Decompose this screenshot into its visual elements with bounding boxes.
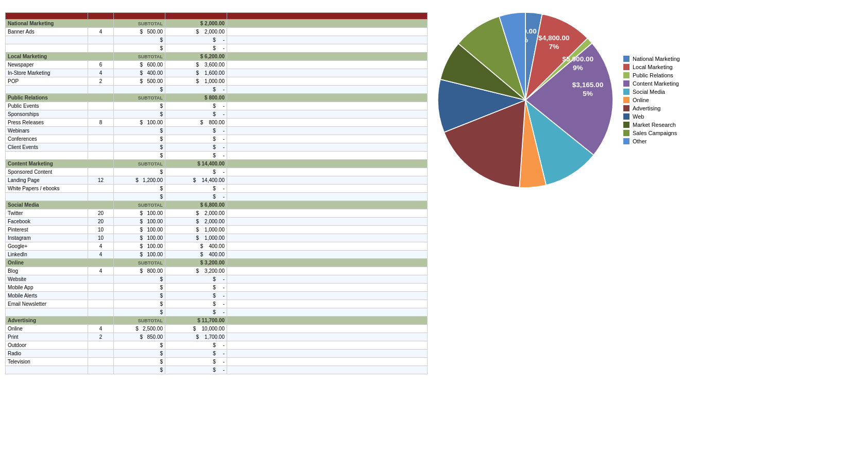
item-subtotal: $ -	[165, 143, 227, 152]
category-subtotal-label: SUBTOTAL	[114, 259, 165, 267]
item-cost: $ 100.00	[114, 119, 165, 127]
item-cost: $	[114, 358, 165, 366]
data-row: Radio $ $ -	[6, 350, 428, 358]
item-comments	[227, 267, 428, 275]
item-qty	[88, 127, 114, 135]
category-row: National Marketing SUBTOTAL $ 2,000.00	[6, 20, 428, 28]
item-comments	[227, 110, 428, 119]
item-cost: $	[114, 102, 165, 110]
item-qty	[88, 185, 114, 193]
item-comments	[227, 209, 428, 218]
category-row: Local Marketing SUBTOTAL $ 6,200.00	[6, 53, 428, 61]
item-comments	[227, 77, 428, 86]
item-qty: 20	[88, 218, 114, 226]
item-qty	[88, 102, 114, 110]
item-subtotal: $ 1,700.00	[165, 333, 227, 341]
category-row: Social Media SUBTOTAL $ 6,800.00	[6, 201, 428, 209]
item-cost: $	[114, 193, 165, 201]
data-row: Google+ 4 $ 100.00 $ 400.00	[6, 242, 428, 251]
item-qty: 4	[88, 28, 114, 36]
item-qty: 2	[88, 77, 114, 86]
item-comments	[227, 61, 428, 69]
item-subtotal: $ -	[165, 152, 227, 160]
item-comments	[227, 44, 428, 53]
item-qty	[88, 350, 114, 358]
category-subtotal-label: SUBTOTAL	[114, 94, 165, 102]
category-subtotal-label: SUBTOTAL	[114, 201, 165, 209]
item-subtotal: $ -	[165, 185, 227, 193]
item-name: Television	[6, 358, 88, 366]
item-name	[6, 152, 88, 160]
item-cost: $ 100.00	[114, 218, 165, 226]
item-name: Mobile Alerts	[6, 292, 88, 300]
category-subtotal-value: $ 800.00	[165, 94, 227, 102]
category-comments	[227, 160, 428, 168]
data-row: Print 2 $ 850.00 $ 1,700.00	[6, 333, 428, 341]
legend-swatch	[623, 72, 629, 78]
legend-label: Web	[633, 113, 644, 120]
item-qty: 4	[88, 251, 114, 259]
pie-label-pct: 5%	[583, 90, 593, 97]
legend-label: Social Media	[633, 89, 665, 95]
item-subtotal: $ 2,000.00	[165, 28, 227, 36]
item-cost: $	[114, 168, 165, 176]
data-row: POP 2 $ 500.00 $ 1,000.00	[6, 77, 428, 86]
item-comments	[227, 284, 428, 292]
item-name: Public Events	[6, 102, 88, 110]
item-qty	[88, 86, 114, 94]
item-cost: $ 800.00	[114, 267, 165, 275]
item-comments	[227, 127, 428, 135]
item-cost: $	[114, 185, 165, 193]
item-qty	[88, 135, 114, 143]
item-comments	[227, 185, 428, 193]
data-row: LinkedIn 4 $ 100.00 $ 400.00	[6, 251, 428, 259]
legend-label: Other	[633, 138, 647, 144]
data-row: $ $ -	[6, 86, 428, 94]
data-row: Blog 4 $ 800.00 $ 3,200.00	[6, 267, 428, 275]
legend-item: Advertising	[623, 105, 680, 111]
item-name: Conferences	[6, 135, 88, 143]
item-comments	[227, 168, 428, 176]
item-cost: $	[114, 86, 165, 94]
item-cost: $	[114, 308, 165, 317]
data-row: Pinterest 10 $ 100.00 $ 1,000.00	[6, 226, 428, 234]
item-subtotal: $ 400.00	[165, 251, 227, 259]
legend-label: Online	[633, 97, 649, 103]
item-name	[6, 193, 88, 201]
item-qty: 10	[88, 226, 114, 234]
item-subtotal: $ -	[165, 127, 227, 135]
item-comments	[227, 333, 428, 341]
item-comments	[227, 366, 428, 374]
item-qty	[88, 44, 114, 53]
item-subtotal: $ -	[165, 86, 227, 94]
category-row: Online SUBTOTAL $ 3,200.00	[6, 259, 428, 267]
item-cost: $	[114, 127, 165, 135]
data-row: Instagram 10 $ 100.00 $ 1,000.00	[6, 234, 428, 242]
item-comments	[227, 102, 428, 110]
legend-label: Sales Campaigns	[633, 130, 677, 136]
item-cost: $ 600.00	[114, 61, 165, 69]
item-comments	[227, 275, 428, 284]
category-comments	[227, 94, 428, 102]
legend-item: Local Marketing	[623, 64, 680, 70]
col-qty	[88, 13, 114, 20]
item-comments	[227, 218, 428, 226]
category-name: Online	[6, 259, 114, 267]
item-qty	[88, 168, 114, 176]
data-row: Website $ $ -	[6, 275, 428, 284]
item-cost: $ 100.00	[114, 209, 165, 218]
item-comments	[227, 36, 428, 44]
item-name: White Papers / ebooks	[6, 185, 88, 193]
category-comments	[227, 259, 428, 267]
legend-item: Public Relations	[623, 72, 680, 78]
item-qty	[88, 300, 114, 308]
item-comments	[227, 193, 428, 201]
pie-chart: $2,000.003%$6,200.0010%$800.001%$14,400.…	[438, 12, 613, 188]
item-cost: $	[114, 143, 165, 152]
item-qty: 4	[88, 267, 114, 275]
category-name: Content Marketing	[6, 160, 114, 168]
legend-item: Content Marketing	[623, 80, 680, 87]
data-row: Landing Page 12 $ 1,200.00 $ 14,400.00	[6, 176, 428, 185]
legend-swatch	[623, 113, 629, 120]
data-row: Facebook 20 $ 100.00 $ 2,000.00	[6, 218, 428, 226]
